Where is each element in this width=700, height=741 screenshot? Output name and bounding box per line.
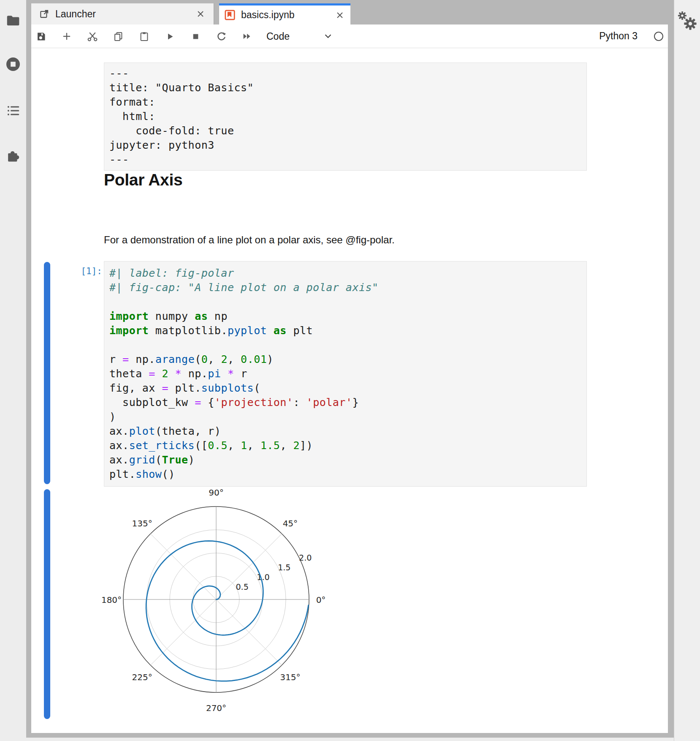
svg-text:135°: 135° [132,518,152,529]
tab-bar: Launcher basics.ipynb [31,3,668,25]
puzzle-icon [5,148,21,164]
stop-circle-icon [5,56,22,73]
kernel-name[interactable]: Python 3 [563,25,638,48]
svg-text:270°: 270° [206,703,226,713]
browser-side-panel [674,0,700,741]
settings-gear-large-icon[interactable] [684,17,697,30]
svg-text:1.5: 1.5 [278,563,290,572]
restart-kernel-button[interactable] [214,29,228,44]
notebook-icon [224,9,236,21]
clipboard-icon [138,31,150,42]
insert-cell-button[interactable] [60,29,74,44]
launcher-icon [39,8,50,19]
notebook-toolbar: Code Python 3 [31,25,668,48]
chevron-down-icon[interactable] [323,32,334,41]
svg-text:225°: 225° [132,672,152,682]
activity-bar [0,0,26,741]
markdown-paragraph[interactable]: For a demonstration of a line plot on a … [104,234,395,246]
code-cell-editor[interactable]: #| label: fig-polar#| fig-cap: "A line p… [104,261,587,487]
sidebar-item-running-sessions[interactable] [5,56,21,72]
svg-text:0.5: 0.5 [236,582,249,591]
run-cell-button[interactable] [163,29,177,44]
tab-launcher[interactable]: Launcher [31,3,214,25]
svg-text:1.0: 1.0 [257,572,269,582]
close-icon[interactable] [334,10,345,21]
output-collapser[interactable] [44,489,50,719]
svg-text:90°: 90° [209,488,223,498]
stop-icon [190,31,201,42]
save-button[interactable] [34,29,48,44]
svg-text:0°: 0° [316,595,326,605]
sidebar-item-extensions[interactable] [5,148,21,164]
jupyterlab-window: Launcher basics.ipynb [31,3,668,733]
tab-notebook[interactable]: basics.ipynb [219,3,350,25]
cell-type-dropdown[interactable]: Code [266,25,290,48]
tab-label: Launcher [55,8,96,20]
fast-forward-icon [241,30,253,42]
plus-icon [61,31,72,42]
folder-icon [5,13,21,29]
svg-text:2.0: 2.0 [299,553,312,562]
svg-text:180°: 180° [101,595,122,605]
copy-cells-button[interactable] [111,29,125,44]
save-icon [35,31,47,42]
polar-plot-output: 0°45°90°135°180°225°270°315°0.51.01.52.0 [86,485,356,733]
close-icon[interactable] [195,8,206,19]
play-icon [164,31,176,42]
run-all-cells-button[interactable] [240,29,254,44]
sidebar-item-table-of-contents[interactable] [5,103,21,119]
cell-type-value: Code [266,31,290,42]
interrupt-kernel-button[interactable] [188,29,203,44]
kernel-status-icon[interactable] [653,31,664,42]
list-icon [5,103,21,118]
scissors-icon [87,30,98,42]
svg-text:45°: 45° [283,518,298,529]
refresh-icon [216,31,227,42]
execution-count-prompt: [1]: [48,266,102,276]
markdown-heading[interactable]: Polar Axis [104,171,182,189]
sidebar-item-file-browser[interactable] [5,13,21,29]
tab-label: basics.ipynb [241,9,295,21]
raw-cell[interactable]: --- title: "Quarto Basics" format: html:… [104,63,587,171]
input-collapser[interactable] [44,262,50,484]
copy-icon [113,31,124,42]
svg-text:315°: 315° [280,672,300,682]
cut-cells-button[interactable] [85,29,100,44]
paste-cells-button[interactable] [137,29,151,44]
